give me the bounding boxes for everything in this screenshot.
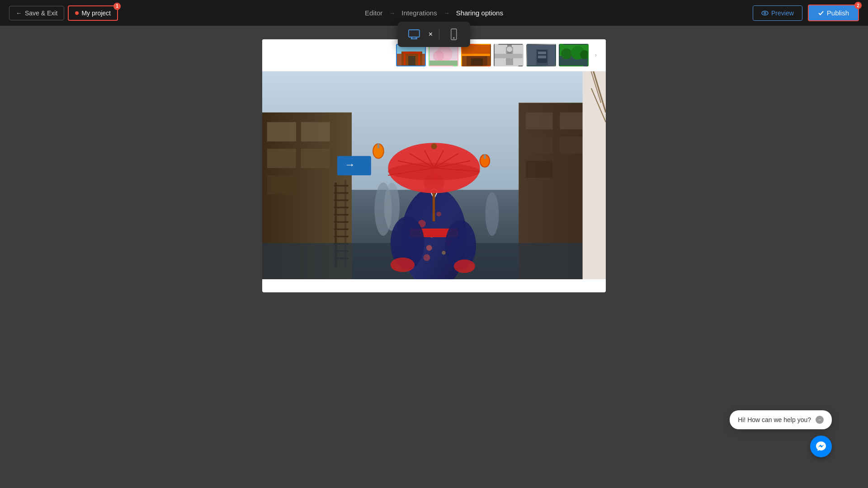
svg-point-110: [431, 143, 437, 149]
checkmark-icon: [818, 10, 824, 16]
svg-rect-65: [526, 161, 552, 178]
chat-close-button[interactable]: −: [816, 416, 824, 424]
svg-rect-56: [334, 236, 348, 237]
project-button[interactable]: My project 1: [68, 5, 118, 21]
svg-text:→: →: [344, 159, 355, 170]
editor-step[interactable]: Editor: [365, 9, 382, 17]
thumbnail-2[interactable]: [429, 44, 458, 66]
publish-label: Publish: [827, 9, 849, 17]
save-exit-button[interactable]: ← Save & Exit: [9, 6, 64, 20]
arrow-right-2-icon: →: [443, 9, 450, 17]
svg-point-89: [423, 254, 430, 261]
desktop-view-button[interactable]: [406, 26, 422, 42]
preview-panel: ›: [262, 39, 606, 292]
topbar-right: Preview Publish 2: [753, 5, 859, 21]
svg-rect-54: [334, 221, 348, 223]
mobile-view-button[interactable]: [446, 26, 462, 42]
svg-point-76: [485, 192, 499, 235]
topbar-left: ← Save & Exit My project 1: [9, 5, 118, 21]
svg-rect-62: [560, 113, 586, 129]
main-content: ›: [0, 26, 868, 488]
svg-point-86: [426, 245, 432, 251]
svg-point-109: [388, 163, 480, 180]
slide-area: →: [262, 71, 606, 279]
desktop-icon: [408, 28, 420, 41]
svg-rect-99: [433, 192, 435, 221]
topbar-center: Editor → Integrations → Sharing options: [365, 9, 503, 17]
svg-point-0: [762, 11, 768, 15]
svg-rect-43: [301, 122, 330, 141]
project-badge: 1: [113, 3, 121, 10]
device-popup: ×: [398, 22, 470, 47]
thumbnail-5[interactable]: [526, 44, 556, 66]
save-exit-label: Save & Exit: [25, 9, 57, 17]
svg-rect-18: [429, 61, 458, 66]
device-popup-close-button[interactable]: ×: [429, 31, 433, 38]
svg-rect-14: [403, 52, 421, 54]
svg-point-98: [454, 259, 475, 273]
svg-rect-63: [526, 136, 552, 153]
svg-rect-64: [560, 136, 586, 153]
publish-button[interactable]: Publish 2: [808, 5, 859, 21]
svg-rect-53: [334, 214, 348, 216]
svg-rect-33: [538, 56, 546, 58]
svg-point-36: [561, 48, 572, 59]
svg-rect-45: [301, 149, 330, 168]
svg-point-91: [442, 251, 446, 255]
svg-rect-61: [526, 113, 552, 129]
eye-icon: [761, 9, 769, 17]
svg-rect-46: [267, 175, 296, 195]
svg-rect-42: [267, 122, 296, 141]
svg-rect-26: [495, 54, 524, 58]
minus-icon: −: [818, 417, 821, 422]
arrow-left-icon: ←: [16, 9, 22, 17]
mobile-icon: [448, 28, 460, 41]
svg-point-17: [433, 51, 444, 61]
svg-rect-70: [377, 143, 379, 148]
chat-bubble-text: Hi! How can we help you?: [738, 416, 811, 423]
svg-point-87: [436, 211, 441, 216]
svg-rect-21: [462, 54, 491, 56]
preview-label: Preview: [771, 9, 794, 17]
svg-rect-52: [334, 207, 348, 208]
messenger-icon: [815, 441, 827, 452]
project-name-label: My project: [81, 9, 111, 17]
svg-rect-50: [334, 192, 348, 193]
svg-rect-49: [334, 185, 348, 186]
svg-rect-44: [267, 149, 296, 168]
svg-point-1: [764, 12, 766, 14]
thumbnail-6[interactable]: [559, 44, 589, 66]
arrow-right-1-icon: →: [389, 9, 395, 17]
svg-point-7: [453, 38, 454, 38]
device-divider: [439, 29, 439, 40]
svg-rect-32: [538, 52, 546, 54]
integrations-step[interactable]: Integrations: [401, 9, 437, 17]
publish-badge: 2: [854, 2, 862, 9]
svg-rect-11: [408, 56, 415, 66]
thumbnail-1[interactable]: [396, 44, 426, 66]
thumbnail-3[interactable]: [461, 44, 491, 66]
svg-point-28: [507, 47, 512, 52]
svg-point-97: [391, 258, 415, 272]
svg-rect-51: [334, 200, 348, 201]
preview-button[interactable]: Preview: [753, 5, 802, 21]
messenger-button[interactable]: [810, 436, 832, 457]
close-icon: ×: [429, 30, 433, 38]
svg-rect-23: [471, 58, 483, 66]
svg-rect-73: [484, 154, 486, 159]
thumbnail-4[interactable]: [494, 44, 524, 66]
svg-rect-2: [409, 30, 420, 37]
unsaved-dot-icon: [75, 11, 79, 15]
main-slide-image: →: [262, 71, 606, 279]
strip-more-indicator: ›: [591, 44, 600, 66]
chat-bubble: Hi! How can we help you? −: [730, 410, 832, 429]
sharing-step[interactable]: Sharing options: [456, 9, 503, 17]
svg-rect-55: [334, 229, 348, 230]
